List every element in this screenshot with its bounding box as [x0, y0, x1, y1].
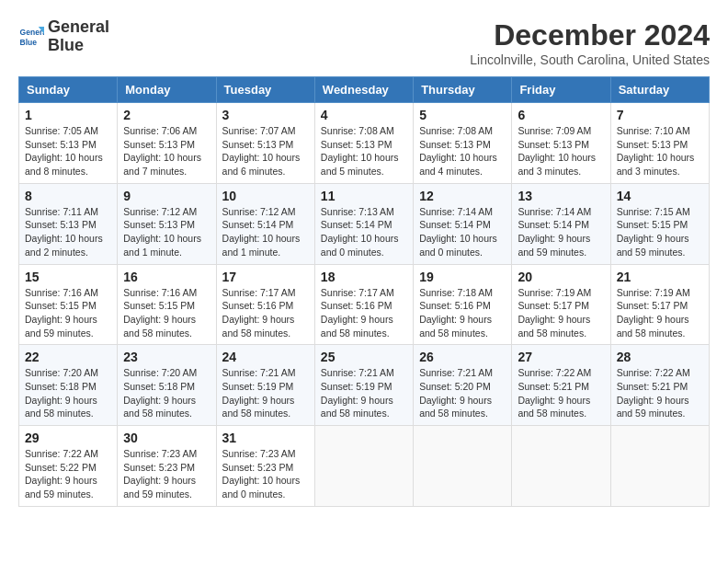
- calendar-week-row: 22Sunrise: 7:20 AMSunset: 5:18 PMDayligh…: [19, 345, 710, 426]
- calendar-cell: 11Sunrise: 7:13 AMSunset: 5:14 PMDayligh…: [314, 183, 413, 264]
- day-number: 23: [123, 350, 210, 364]
- day-number: 8: [25, 189, 111, 203]
- day-info: Sunrise: 7:17 AMSunset: 5:16 PMDaylight:…: [321, 286, 407, 340]
- day-number: 11: [321, 189, 407, 203]
- calendar-week-row: 15Sunrise: 7:16 AMSunset: 5:15 PMDayligh…: [19, 264, 710, 345]
- day-info: Sunrise: 7:08 AMSunset: 5:13 PMDaylight:…: [419, 124, 506, 178]
- location-title: Lincolnville, South Carolina, United Sta…: [470, 52, 710, 67]
- day-number: 3: [222, 108, 309, 122]
- calendar-cell: 9Sunrise: 7:12 AMSunset: 5:13 PMDaylight…: [118, 183, 216, 264]
- day-info: Sunrise: 7:20 AMSunset: 5:18 PMDaylight:…: [123, 366, 210, 420]
- day-info: Sunrise: 7:21 AMSunset: 5:19 PMDaylight:…: [222, 366, 309, 420]
- day-number: 30: [123, 431, 210, 445]
- logo-line2: Blue: [48, 37, 109, 55]
- day-info: Sunrise: 7:23 AMSunset: 5:23 PMDaylight:…: [123, 447, 210, 501]
- calendar-cell: 28Sunrise: 7:22 AMSunset: 5:21 PMDayligh…: [610, 345, 709, 426]
- calendar-cell: 13Sunrise: 7:14 AMSunset: 5:14 PMDayligh…: [512, 183, 610, 264]
- day-info: Sunrise: 7:11 AMSunset: 5:13 PMDaylight:…: [25, 205, 111, 259]
- calendar-header-sunday: Sunday: [19, 77, 118, 103]
- calendar-cell: 5Sunrise: 7:08 AMSunset: 5:13 PMDaylight…: [414, 103, 512, 184]
- day-info: Sunrise: 7:08 AMSunset: 5:13 PMDaylight:…: [321, 124, 407, 178]
- calendar-cell: 10Sunrise: 7:12 AMSunset: 5:14 PMDayligh…: [216, 183, 314, 264]
- day-info: Sunrise: 7:19 AMSunset: 5:17 PMDaylight:…: [617, 286, 703, 340]
- logo: General Blue General Blue: [18, 18, 109, 55]
- calendar-cell: 4Sunrise: 7:08 AMSunset: 5:13 PMDaylight…: [314, 103, 413, 184]
- calendar-cell: 6Sunrise: 7:09 AMSunset: 5:13 PMDaylight…: [512, 103, 610, 184]
- calendar-cell: [512, 426, 610, 507]
- calendar-cell: 25Sunrise: 7:21 AMSunset: 5:19 PMDayligh…: [314, 345, 413, 426]
- calendar-cell: 7Sunrise: 7:10 AMSunset: 5:13 PMDaylight…: [610, 103, 709, 184]
- day-number: 6: [518, 108, 604, 122]
- day-info: Sunrise: 7:15 AMSunset: 5:15 PMDaylight:…: [617, 205, 703, 259]
- calendar-cell: [610, 426, 709, 507]
- calendar-header-monday: Monday: [118, 77, 216, 103]
- day-info: Sunrise: 7:16 AMSunset: 5:15 PMDaylight:…: [123, 286, 210, 340]
- calendar-header-tuesday: Tuesday: [216, 77, 314, 103]
- calendar-cell: 19Sunrise: 7:18 AMSunset: 5:16 PMDayligh…: [414, 264, 512, 345]
- calendar-cell: 29Sunrise: 7:22 AMSunset: 5:22 PMDayligh…: [19, 426, 118, 507]
- day-info: Sunrise: 7:05 AMSunset: 5:13 PMDaylight:…: [25, 124, 111, 178]
- calendar-cell: 1Sunrise: 7:05 AMSunset: 5:13 PMDaylight…: [19, 103, 118, 184]
- calendar-week-row: 1Sunrise: 7:05 AMSunset: 5:13 PMDaylight…: [19, 103, 710, 184]
- calendar-cell: 8Sunrise: 7:11 AMSunset: 5:13 PMDaylight…: [19, 183, 118, 264]
- calendar-cell: 18Sunrise: 7:17 AMSunset: 5:16 PMDayligh…: [314, 264, 413, 345]
- calendar-cell: 26Sunrise: 7:21 AMSunset: 5:20 PMDayligh…: [414, 345, 512, 426]
- calendar-cell: 17Sunrise: 7:17 AMSunset: 5:16 PMDayligh…: [216, 264, 314, 345]
- calendar-cell: 30Sunrise: 7:23 AMSunset: 5:23 PMDayligh…: [118, 426, 216, 507]
- day-number: 7: [617, 108, 703, 122]
- day-info: Sunrise: 7:19 AMSunset: 5:17 PMDaylight:…: [518, 286, 604, 340]
- calendar-cell: 2Sunrise: 7:06 AMSunset: 5:13 PMDaylight…: [118, 103, 216, 184]
- calendar-header-friday: Friday: [512, 77, 610, 103]
- calendar-cell: 20Sunrise: 7:19 AMSunset: 5:17 PMDayligh…: [512, 264, 610, 345]
- day-number: 19: [419, 270, 506, 284]
- calendar-body: 1Sunrise: 7:05 AMSunset: 5:13 PMDaylight…: [19, 103, 710, 507]
- day-number: 1: [25, 108, 111, 122]
- calendar-cell: 24Sunrise: 7:21 AMSunset: 5:19 PMDayligh…: [216, 345, 314, 426]
- day-number: 18: [321, 270, 407, 284]
- day-number: 2: [123, 108, 210, 122]
- calendar-cell: 31Sunrise: 7:23 AMSunset: 5:23 PMDayligh…: [216, 426, 314, 507]
- day-info: Sunrise: 7:18 AMSunset: 5:16 PMDaylight:…: [419, 286, 506, 340]
- day-info: Sunrise: 7:12 AMSunset: 5:13 PMDaylight:…: [123, 205, 210, 259]
- calendar-week-row: 8Sunrise: 7:11 AMSunset: 5:13 PMDaylight…: [19, 183, 710, 264]
- calendar-week-row: 29Sunrise: 7:22 AMSunset: 5:22 PMDayligh…: [19, 426, 710, 507]
- logo-icon: General Blue: [18, 24, 44, 50]
- day-info: Sunrise: 7:22 AMSunset: 5:21 PMDaylight:…: [617, 366, 703, 420]
- day-info: Sunrise: 7:23 AMSunset: 5:23 PMDaylight:…: [222, 447, 309, 501]
- day-info: Sunrise: 7:20 AMSunset: 5:18 PMDaylight:…: [25, 366, 111, 420]
- calendar-cell: [414, 426, 512, 507]
- day-info: Sunrise: 7:07 AMSunset: 5:13 PMDaylight:…: [222, 124, 309, 178]
- day-number: 14: [617, 189, 703, 203]
- day-info: Sunrise: 7:22 AMSunset: 5:21 PMDaylight:…: [518, 366, 604, 420]
- day-number: 9: [123, 189, 210, 203]
- day-number: 5: [419, 108, 506, 122]
- calendar-cell: 27Sunrise: 7:22 AMSunset: 5:21 PMDayligh…: [512, 345, 610, 426]
- day-info: Sunrise: 7:21 AMSunset: 5:19 PMDaylight:…: [321, 366, 407, 420]
- day-number: 27: [518, 350, 604, 364]
- calendar-cell: 15Sunrise: 7:16 AMSunset: 5:15 PMDayligh…: [19, 264, 118, 345]
- calendar-cell: 14Sunrise: 7:15 AMSunset: 5:15 PMDayligh…: [610, 183, 709, 264]
- day-info: Sunrise: 7:10 AMSunset: 5:13 PMDaylight:…: [617, 124, 703, 178]
- day-info: Sunrise: 7:21 AMSunset: 5:20 PMDaylight:…: [419, 366, 506, 420]
- day-number: 16: [123, 270, 210, 284]
- day-number: 25: [321, 350, 407, 364]
- day-info: Sunrise: 7:09 AMSunset: 5:13 PMDaylight:…: [518, 124, 604, 178]
- page-header: General Blue General Blue December 2024 …: [18, 18, 710, 67]
- calendar-cell: 22Sunrise: 7:20 AMSunset: 5:18 PMDayligh…: [19, 345, 118, 426]
- day-number: 24: [222, 350, 309, 364]
- calendar-cell: 21Sunrise: 7:19 AMSunset: 5:17 PMDayligh…: [610, 264, 709, 345]
- calendar-cell: [314, 426, 413, 507]
- day-number: 22: [25, 350, 111, 364]
- day-info: Sunrise: 7:16 AMSunset: 5:15 PMDaylight:…: [25, 286, 111, 340]
- calendar-header-row: SundayMondayTuesdayWednesdayThursdayFrid…: [19, 77, 710, 103]
- day-number: 17: [222, 270, 309, 284]
- logo-line1: General: [48, 18, 109, 37]
- calendar-header-saturday: Saturday: [610, 77, 709, 103]
- day-number: 10: [222, 189, 309, 203]
- calendar-cell: 16Sunrise: 7:16 AMSunset: 5:15 PMDayligh…: [118, 264, 216, 345]
- calendar-header-wednesday: Wednesday: [314, 77, 413, 103]
- day-number: 20: [518, 270, 604, 284]
- day-number: 26: [419, 350, 506, 364]
- month-title: December 2024: [470, 18, 710, 52]
- day-number: 12: [419, 189, 506, 203]
